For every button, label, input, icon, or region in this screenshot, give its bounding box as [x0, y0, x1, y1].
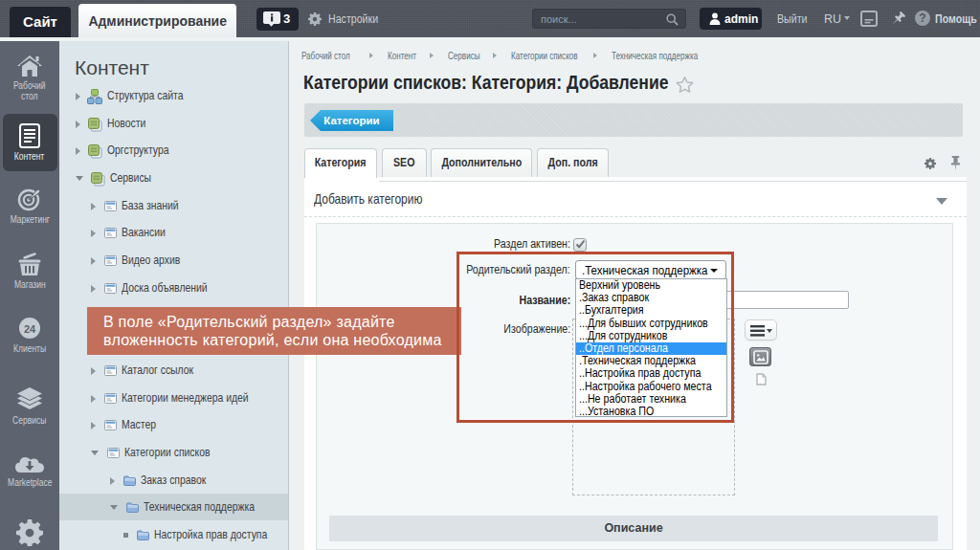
- svg-text:24: 24: [24, 323, 36, 335]
